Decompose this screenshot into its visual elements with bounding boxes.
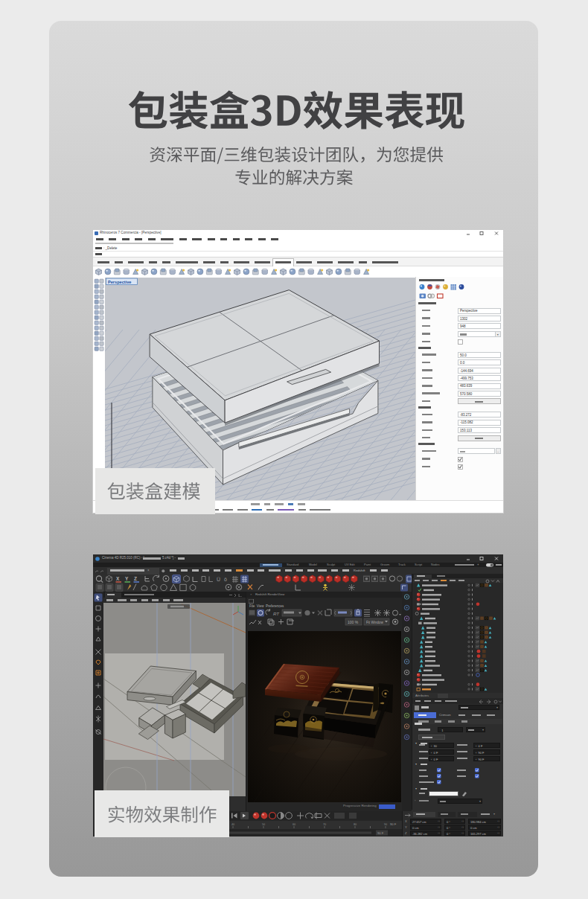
svg-text:Perspective: Perspective xyxy=(108,280,131,284)
svg-text:X: X xyxy=(116,576,120,581)
svg-text:90 F: 90 F xyxy=(390,822,397,826)
svg-text:RT: RT xyxy=(273,612,280,616)
svg-text:90: 90 xyxy=(384,823,387,826)
svg-text:90 F: 90 F xyxy=(377,831,384,835)
svg-text:Ü: Ü xyxy=(217,577,220,582)
svg-text:ö: ö xyxy=(224,577,227,582)
svg-text:80: 80 xyxy=(354,823,357,826)
svg-text:100 %: 100 % xyxy=(348,620,359,624)
svg-text:70: 70 xyxy=(323,823,326,826)
svg-text:Fit Window: Fit Window xyxy=(366,621,383,624)
svg-text:50: 50 xyxy=(262,823,265,826)
svg-text:Z: Z xyxy=(134,576,137,581)
svg-text:Y: Y xyxy=(125,576,129,581)
svg-text:60: 60 xyxy=(293,823,295,826)
